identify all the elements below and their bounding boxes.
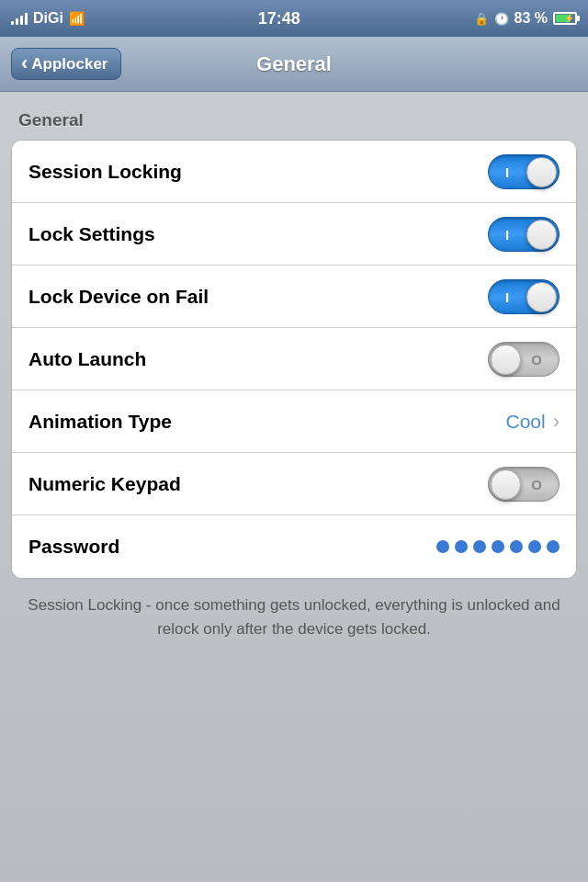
- settings-table: Session Locking I Lock Settings I Lock D…: [11, 140, 577, 579]
- status-right: 🔒 🕐 83 % ⚡: [474, 10, 577, 27]
- toggle-thumb: [526, 157, 557, 187]
- dot-4: [492, 540, 504, 553]
- animation-type-label: Animation Type: [28, 411, 172, 433]
- password-value: [436, 540, 560, 553]
- wifi-icon: 📶: [69, 11, 85, 26]
- nav-bar: Applocker General: [0, 37, 588, 92]
- time-label: 17:48: [258, 9, 300, 28]
- session-locking-value: I: [488, 154, 560, 189]
- auto-launch-label: Auto Launch: [28, 348, 146, 370]
- battery-icon: ⚡: [553, 12, 577, 25]
- password-dots: [436, 540, 560, 553]
- status-bar: DiGi 📶 17:48 🔒 🕐 83 % ⚡: [0, 0, 588, 37]
- toggle-on-label: I: [505, 164, 509, 179]
- row-numeric-keypad: Numeric Keypad O: [12, 453, 576, 515]
- row-lock-device-on-fail: Lock Device on Fail I: [12, 266, 576, 328]
- lock-device-on-fail-value: I: [488, 279, 560, 314]
- carrier-label: DiGi: [33, 10, 63, 27]
- animation-type-current: Cool: [505, 411, 545, 433]
- toggle-off-label: O: [531, 351, 542, 367]
- lock-settings-value: I: [488, 217, 560, 252]
- lock-settings-toggle[interactable]: I: [488, 217, 560, 252]
- toggle-thumb-4: [491, 345, 521, 375]
- dot-2: [455, 540, 468, 553]
- lock-icon: 🔒: [474, 12, 489, 26]
- row-auto-launch: Auto Launch O: [12, 328, 576, 390]
- nav-title: General: [256, 52, 332, 76]
- session-locking-label: Session Locking: [28, 161, 182, 183]
- password-label: Password: [28, 536, 119, 558]
- auto-launch-value: O: [488, 342, 560, 377]
- toggle-thumb-5: [491, 469, 521, 500]
- section-header: General: [0, 110, 588, 140]
- row-lock-settings: Lock Settings I: [12, 203, 576, 266]
- numeric-keypad-toggle[interactable]: O: [488, 467, 560, 502]
- battery-percent-label: 83 %: [514, 10, 548, 27]
- toggle-thumb-2: [526, 220, 557, 250]
- signal-bars-icon: [11, 12, 28, 25]
- footer-text: Session Locking - once something gets un…: [0, 579, 588, 655]
- content-area: General Session Locking I Lock Settings …: [0, 92, 588, 882]
- lock-settings-label: Lock Settings: [28, 223, 155, 245]
- numeric-keypad-label: Numeric Keypad: [28, 473, 181, 495]
- dot-6: [528, 540, 541, 553]
- clock-icon: 🕐: [494, 12, 509, 26]
- lock-device-on-fail-label: Lock Device on Fail: [28, 286, 209, 308]
- session-locking-toggle[interactable]: I: [488, 154, 560, 189]
- dot-1: [436, 540, 449, 553]
- auto-launch-toggle[interactable]: O: [488, 342, 560, 377]
- toggle-on-label-2: I: [505, 226, 509, 242]
- chevron-right-icon: ›: [553, 410, 560, 434]
- dot-5: [510, 540, 523, 553]
- row-password[interactable]: Password: [12, 515, 576, 578]
- animation-type-value: Cool ›: [505, 410, 560, 434]
- numeric-keypad-value: O: [488, 467, 560, 502]
- row-session-locking: Session Locking I: [12, 141, 576, 203]
- toggle-thumb-3: [526, 282, 557, 312]
- lock-device-on-fail-toggle[interactable]: I: [488, 279, 560, 314]
- toggle-on-label-3: I: [505, 288, 509, 304]
- dot-7: [547, 540, 560, 553]
- status-left: DiGi 📶: [11, 10, 85, 27]
- row-animation-type[interactable]: Animation Type Cool ›: [12, 390, 576, 453]
- dot-3: [473, 540, 486, 553]
- toggle-off-label-2: O: [531, 476, 542, 492]
- back-button[interactable]: Applocker: [11, 48, 121, 80]
